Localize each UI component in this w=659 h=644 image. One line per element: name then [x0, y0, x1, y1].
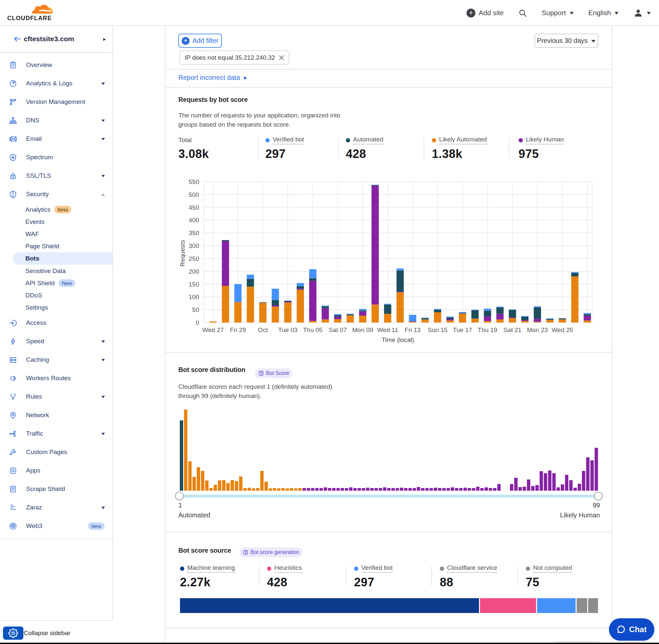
svg-text:450: 450	[189, 204, 199, 211]
svg-text:Time (local): Time (local)	[382, 336, 415, 343]
svg-text:Requests: Requests	[179, 240, 186, 267]
svg-text:50: 50	[192, 306, 199, 313]
svg-text:Thu 19: Thu 19	[478, 326, 497, 334]
svg-text:Sun 15: Sun 15	[428, 326, 447, 334]
svg-text:300: 300	[189, 243, 199, 249]
svg-text:Mon 09: Mon 09	[352, 326, 373, 334]
svg-text:Wed 11: Wed 11	[377, 326, 398, 334]
svg-text:Tue 17: Tue 17	[453, 326, 472, 334]
svg-text:500: 500	[189, 191, 199, 198]
svg-text:Wed 27: Wed 27	[202, 326, 223, 334]
svg-text:Tue 03: Tue 03	[278, 326, 297, 334]
svg-text:Wed 25: Wed 25	[551, 326, 573, 334]
svg-text:0: 0	[195, 319, 199, 326]
svg-text:Thu 05: Thu 05	[303, 326, 323, 334]
svg-text:350: 350	[189, 230, 199, 236]
svg-text:Fri 29: Fri 29	[230, 326, 246, 334]
svg-text:Sat 07: Sat 07	[329, 326, 347, 334]
svg-text:Sat 21: Sat 21	[503, 326, 521, 334]
svg-text:Fri 13: Fri 13	[404, 326, 421, 334]
svg-text:400: 400	[189, 217, 199, 224]
svg-text:250: 250	[189, 255, 199, 262]
svg-text:200: 200	[189, 268, 199, 275]
svg-text:550: 550	[189, 178, 199, 185]
svg-text:Mon 23: Mon 23	[527, 326, 547, 334]
svg-text:100: 100	[189, 294, 199, 300]
svg-text:Oct: Oct	[258, 326, 268, 334]
svg-text:150: 150	[189, 281, 199, 288]
